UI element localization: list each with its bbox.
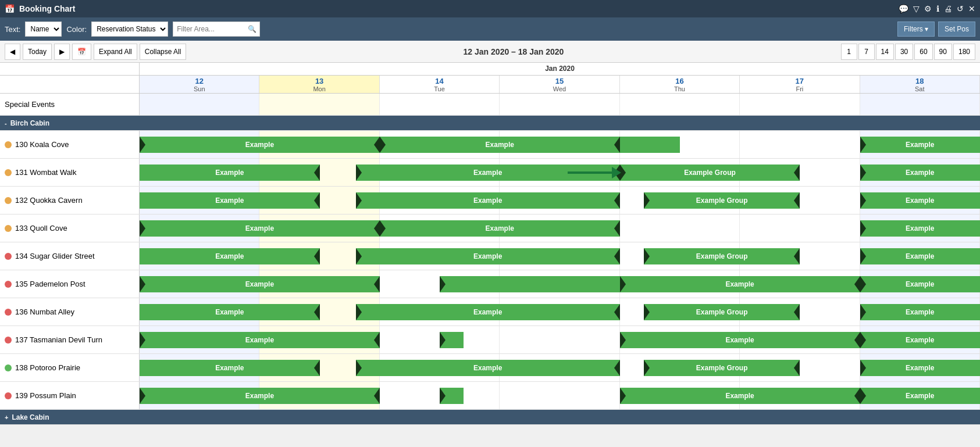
special-events-label: Special Events <box>0 94 140 115</box>
booking-bar-7-2[interactable]: Example <box>620 276 860 292</box>
booking-bar-10-2[interactable]: Example Group <box>644 360 800 376</box>
resource-name-cell: 134 Sugar Glider Street <box>0 242 140 270</box>
booking-bar-9-0[interactable]: Example <box>140 332 380 348</box>
day-btn-14[interactable]: 14 <box>876 44 894 60</box>
booking-bar-3-0[interactable]: Example <box>140 165 320 181</box>
today-button[interactable]: Today <box>23 44 52 60</box>
special-events-day-6 <box>860 94 980 115</box>
day-btn-60[interactable]: 60 <box>914 44 932 60</box>
booking-bar-8-1[interactable]: Example <box>356 304 620 320</box>
booking-bar-8-0[interactable]: Example <box>140 304 320 320</box>
booking-bar-7-3[interactable]: Example <box>860 276 980 292</box>
resource-name: 139 Possum Plain <box>15 391 76 400</box>
booking-bar-6-0[interactable]: Example <box>140 248 320 264</box>
booking-bar-5-1[interactable]: Example <box>380 220 620 237</box>
bar-arrow-right-icon <box>614 248 620 264</box>
booking-bar-9-1[interactable] <box>440 332 464 348</box>
expand-all-button[interactable]: Expand All <box>94 44 137 60</box>
bar-label: Example <box>906 336 934 344</box>
bar-label: Example <box>473 308 502 316</box>
bar-arrow-left-icon <box>140 137 145 153</box>
booking-bar-6-2[interactable]: Example Group <box>644 248 800 264</box>
booking-bar-2-0[interactable]: Example <box>140 137 380 153</box>
bar-arrow-right-icon <box>794 360 800 376</box>
resource-name: 130 Koala Cove <box>15 140 69 149</box>
section-header-1[interactable]: -Birch Cabin <box>0 116 980 131</box>
booking-bar-7-1[interactable] <box>440 276 620 292</box>
group-arrow-indicator <box>568 171 614 174</box>
booking-bar-11-2[interactable]: Example <box>620 388 860 404</box>
day-header-15: 15Wed <box>500 76 619 93</box>
next-button[interactable]: ▶ <box>54 44 70 60</box>
bar-label: Example <box>906 392 934 400</box>
booking-bar-5-0[interactable]: Example <box>140 220 380 237</box>
booking-bar-9-2[interactable]: Example <box>620 332 860 348</box>
day-btn-1[interactable]: 1 <box>841 44 857 60</box>
bar-label: Example <box>725 336 754 344</box>
booking-bar-4-1[interactable]: Example <box>356 192 620 209</box>
bar-label: Example <box>486 141 514 149</box>
text-select[interactable]: Name ID Type <box>25 22 62 37</box>
bar-arrow-left-icon <box>860 165 866 181</box>
filter-input[interactable] <box>173 22 260 37</box>
resource-name: 135 Pademelon Post <box>15 280 85 288</box>
prev-button[interactable]: ◀ <box>5 44 20 60</box>
comment-icon[interactable]: 💬 <box>899 4 908 13</box>
booking-bar-10-3[interactable]: Example <box>860 360 980 376</box>
day-header-12: 12Sun <box>140 76 259 93</box>
bar-arrow-left-icon <box>356 248 362 264</box>
booking-bar-11-1[interactable] <box>440 388 464 404</box>
bar-arrow-right-icon <box>314 192 320 209</box>
day-btn-90[interactable]: 90 <box>934 44 952 60</box>
print-icon[interactable]: 🖨 <box>944 4 952 13</box>
bar-arrow-right-icon <box>794 192 800 209</box>
bar-arrow-left-icon <box>860 137 866 153</box>
filter-icon[interactable]: ▽ <box>913 4 920 13</box>
booking-bar-8-2[interactable]: Example Group <box>644 304 800 320</box>
bar-arrow-right-icon <box>374 220 380 237</box>
bar-label: Example <box>245 392 274 400</box>
bar-arrow-left-icon <box>356 360 362 376</box>
booking-bar-7-0[interactable]: Example <box>140 276 380 292</box>
bar-arrow-left-icon <box>620 332 626 348</box>
color-select[interactable]: Reservation Status Room Type Guest <box>91 22 168 37</box>
refresh-icon[interactable]: ↺ <box>957 4 964 13</box>
booking-bar-2-3[interactable]: Example <box>860 137 980 153</box>
booking-bar-6-1[interactable]: Example <box>356 248 620 264</box>
calendar-button[interactable]: 📅 <box>72 44 91 60</box>
day-btn-180[interactable]: 180 <box>953 44 975 60</box>
booking-bar-2-2[interactable] <box>620 137 680 153</box>
filters-button[interactable]: Filters ▾ <box>897 22 935 37</box>
bar-label: Example <box>473 252 502 260</box>
info-icon[interactable]: ℹ <box>936 4 939 13</box>
status-dot <box>5 197 12 204</box>
settings-icon[interactable]: ⚙ <box>924 4 932 13</box>
booking-bar-4-2[interactable]: Example Group <box>644 192 800 209</box>
booking-bar-11-0[interactable]: Example <box>140 388 380 404</box>
booking-bar-3-3[interactable]: Example <box>860 165 980 181</box>
booking-bar-10-1[interactable]: Example <box>356 360 620 376</box>
booking-bar-5-2[interactable]: Example <box>860 220 980 237</box>
day-buttons: 1 7 14 30 60 90 180 <box>841 44 975 60</box>
set-pos-button[interactable]: Set Pos <box>938 22 975 37</box>
booking-bar-3-2[interactable]: Example Group <box>620 165 800 181</box>
day-btn-30[interactable]: 30 <box>895 44 913 60</box>
bar-arrow-left-icon <box>140 332 145 348</box>
collapse-all-button[interactable]: Collapse All <box>140 44 187 60</box>
booking-bar-10-0[interactable]: Example <box>140 360 320 376</box>
section-header-12[interactable]: +Lake Cabin <box>0 410 980 425</box>
booking-bar-2-1[interactable]: Example <box>380 137 620 153</box>
close-icon[interactable]: ✕ <box>968 4 975 13</box>
booking-bar-4-0[interactable]: Example <box>140 192 320 209</box>
booking-bar-4-3[interactable]: Example <box>860 192 980 209</box>
bar-arrow-left-icon <box>380 137 386 153</box>
bar-label: Example <box>215 196 244 205</box>
booking-bar-9-3[interactable]: Example <box>860 332 980 348</box>
booking-bar-8-3[interactable]: Example <box>860 304 980 320</box>
day-header-17: 17Fri <box>740 76 860 93</box>
chart-body[interactable]: Special Events-Birch Cabin130 Koala Cove… <box>0 94 980 447</box>
day-btn-7[interactable]: 7 <box>858 44 875 60</box>
special-events-day-1 <box>259 94 379 115</box>
booking-bar-11-3[interactable]: Example <box>860 388 980 404</box>
booking-bar-6-3[interactable]: Example <box>860 248 980 264</box>
